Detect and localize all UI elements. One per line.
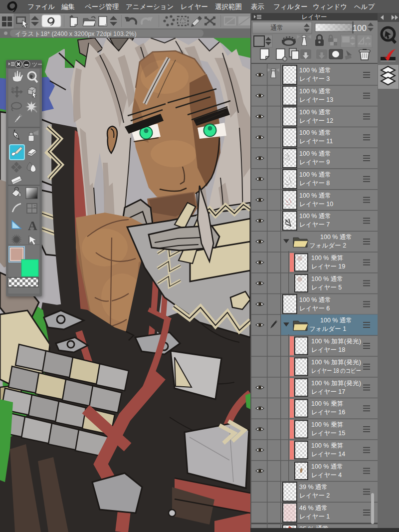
svg-text:100 % 通常: 100 % 通常: [299, 150, 331, 157]
svg-text:100 % 乗算: 100 % 乗算: [311, 400, 343, 407]
svg-text:100 % 通常: 100 % 通常: [299, 129, 331, 136]
svg-text:レイヤー 18 のコピー: レイヤー 18 のコピー: [311, 367, 361, 374]
svg-text:100 % 通常: 100 % 通常: [299, 192, 331, 199]
svg-text:フォルダー 1: フォルダー 1: [309, 325, 346, 332]
svg-text:100 % 加算(発光): 100 % 加算(発光): [311, 359, 361, 366]
svg-text:100 % 加算(発光): 100 % 加算(発光): [311, 338, 361, 345]
svg-text:100 % 通常: 100 % 通常: [299, 296, 331, 303]
svg-text:レイヤー 8: レイヤー 8: [299, 180, 330, 187]
svg-text:100 % 加算(発光): 100 % 加算(発光): [311, 380, 361, 387]
svg-text:レイヤー 14: レイヤー 14: [311, 451, 345, 458]
svg-text:レイヤー: レイヤー: [302, 13, 327, 20]
svg-text:100 % 通常: 100 % 通常: [299, 213, 331, 220]
svg-text:100 % 通常: 100 % 通常: [311, 275, 343, 282]
svg-text:レイヤー 18: レイヤー 18: [311, 346, 345, 353]
svg-text:レイヤー 15: レイヤー 15: [311, 430, 345, 437]
svg-text:レイヤー 13: レイヤー 13: [299, 96, 333, 103]
svg-text:100: 100: [353, 23, 367, 33]
svg-text:100 % 通常: 100 % 通常: [299, 109, 331, 116]
svg-text:レイヤー 17: レイヤー 17: [311, 388, 345, 395]
svg-text:レイヤー 5: レイヤー 5: [311, 284, 342, 291]
svg-text:レイヤー 10: レイヤー 10: [299, 201, 333, 208]
svg-text:レイヤー 11: レイヤー 11: [299, 138, 333, 145]
svg-text:100 % 通常: 100 % 通常: [320, 317, 352, 324]
svg-text:レイヤー 7: レイヤー 7: [299, 221, 330, 228]
svg-text:100 % 通常: 100 % 通常: [320, 234, 352, 241]
svg-text:レイヤー 2: レイヤー 2: [299, 492, 330, 499]
svg-text:100 % 通常: 100 % 通常: [311, 463, 343, 470]
svg-text:100 % 通常: 100 % 通常: [299, 88, 331, 95]
svg-text:100 % 乗算: 100 % 乗算: [311, 255, 343, 262]
svg-text:フォルダー 2: フォルダー 2: [309, 242, 346, 249]
svg-text:レイヤー 1: レイヤー 1: [299, 513, 330, 520]
svg-text:100 % 通常: 100 % 通常: [299, 67, 331, 74]
svg-text:100 % 通常: 100 % 通常: [299, 171, 331, 178]
svg-text:100 % 乗算: 100 % 乗算: [311, 421, 343, 428]
svg-text:レイヤー 19: レイヤー 19: [311, 263, 345, 270]
svg-text:ツー: ツー: [32, 61, 42, 67]
svg-text:46 % 通常: 46 % 通常: [299, 505, 328, 512]
svg-text:通常: 通常: [270, 24, 283, 31]
svg-text:レイヤー 3: レイヤー 3: [299, 75, 330, 82]
svg-text:レイヤー 4: レイヤー 4: [311, 472, 342, 479]
svg-text:レイヤー 12: レイヤー 12: [299, 117, 333, 124]
svg-text:39 % 通常: 39 % 通常: [299, 484, 328, 491]
svg-text:レイヤー 6: レイヤー 6: [299, 305, 330, 312]
svg-text:A: A: [28, 219, 37, 233]
svg-text:レイヤー 16: レイヤー 16: [311, 409, 345, 416]
svg-text:レイヤー 9: レイヤー 9: [299, 159, 330, 166]
svg-text:100 % 乗算: 100 % 乗算: [311, 442, 343, 449]
